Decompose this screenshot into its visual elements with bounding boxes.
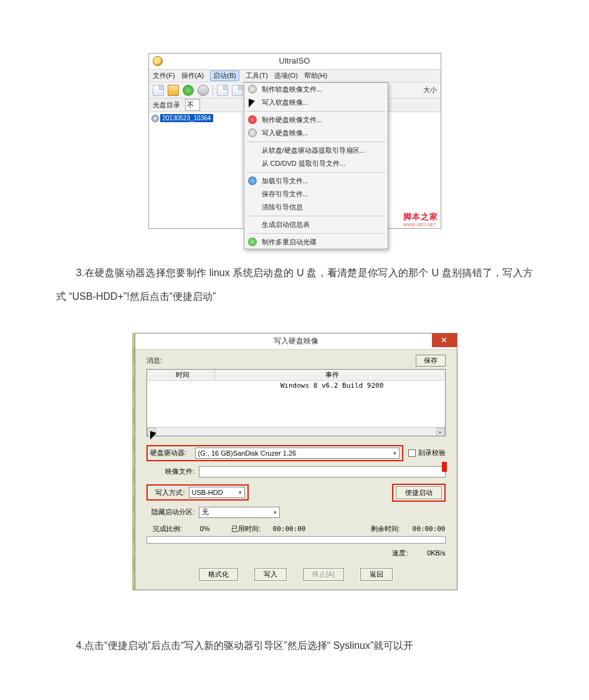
- done-value: 0%: [186, 525, 224, 532]
- watermark: 脚本之家WWW.JB51.NET: [403, 211, 438, 227]
- mi-write-hdd-image[interactable]: 写入硬盘映像...: [244, 127, 388, 140]
- mi-make-floppy-image[interactable]: 制作软盘映像文件...: [244, 83, 388, 96]
- remain-label: 剩余时间:: [306, 524, 401, 534]
- size-label: 大小: [423, 85, 437, 95]
- disk-icon[interactable]: [198, 85, 209, 96]
- format-button[interactable]: 格式化: [199, 568, 238, 581]
- verify-checkbox[interactable]: 刻录校验: [408, 448, 446, 458]
- mi-multiboot[interactable]: 制作多重启动光碟: [244, 236, 388, 249]
- menu-options[interactable]: 选项(O): [274, 71, 298, 80]
- col-time[interactable]: 时间: [147, 370, 216, 380]
- tool-icon-1[interactable]: [217, 85, 228, 96]
- elapsed-value: 00:00:00: [261, 525, 306, 533]
- multi-icon: [248, 237, 257, 246]
- app-icon: [153, 56, 163, 66]
- ultraiso-window: UltraISO 文件(F) 操作(A) 启动(B) 工具(T) 选项(O) 帮…: [148, 53, 441, 229]
- save-button[interactable]: 保存: [416, 355, 446, 367]
- floppy-icon: [248, 85, 257, 93]
- drive-row-highlight: 硬盘驱动器: (G:, 16 GB)SanDisk Cruzer 1.26: [146, 445, 403, 461]
- checkbox-icon[interactable]: [408, 449, 416, 457]
- tool-icon-2[interactable]: [232, 85, 243, 96]
- dialog-title: 写入硬盘映像: [135, 336, 457, 347]
- tree-panel: 20130523_10364: [149, 112, 242, 228]
- remain-value: 00:00:00: [401, 525, 446, 533]
- mi-extract-boot-sector[interactable]: 从软盘/硬盘驱动器提取引导扇区...: [244, 144, 388, 157]
- progress-bar: [146, 536, 446, 544]
- menu-file[interactable]: 文件(F): [153, 71, 175, 80]
- write-button[interactable]: 写入: [254, 568, 287, 581]
- message-list: 时间 事件 Windows 8 v6.2 Build 9200 ◂ ▸: [146, 369, 446, 436]
- tree-item-selected[interactable]: 20130523_10364: [160, 114, 214, 122]
- cursor-icon: [249, 100, 257, 111]
- open-icon[interactable]: [168, 85, 179, 96]
- scrollbar[interactable]: ◂ ▸: [147, 427, 445, 436]
- mi-extract-boot-file[interactable]: 从 CD/DVD 提取引导文件...: [244, 157, 388, 170]
- disc-dir-select[interactable]: 不: [185, 99, 200, 111]
- menubar: 文件(F) 操作(A) 启动(B) 工具(T) 选项(O) 帮助(H): [149, 70, 441, 82]
- refresh-icon[interactable]: [183, 85, 194, 96]
- app-title: UltraISO: [279, 56, 310, 65]
- list-row: Windows 8 v6.2 Build 9200: [147, 381, 445, 390]
- boot-menu-dropdown: 制作软盘映像文件... 写入软盘映像... 制作硬盘映像文件... 写入硬盘映像…: [244, 82, 388, 249]
- step-3-text: 3.在硬盘驱动器选择您要制作 linux 系统启动盘的 U 盘，看清楚是你写入的…: [56, 261, 533, 309]
- speed-label: 速度:: [392, 549, 408, 558]
- mi-save-boot-file[interactable]: 保存引导文件...: [244, 188, 388, 201]
- titlebar: UltraISO: [149, 54, 441, 70]
- drive-select[interactable]: (G:, 16 GB)SanDisk Cruzer 1.26: [195, 448, 400, 459]
- hide-partition-select[interactable]: 无: [199, 507, 280, 518]
- done-label: 完成比例:: [146, 524, 186, 534]
- load-icon: [248, 176, 257, 185]
- abort-button: 终止[A]: [303, 568, 343, 581]
- image-file-input[interactable]: [199, 466, 446, 477]
- mi-gen-boot-info[interactable]: 生成启动信息表: [244, 218, 388, 231]
- dialog-titlebar: 写入硬盘映像 ✕: [135, 333, 457, 350]
- write-mode-highlight: 写入方式: USB-HDD: [146, 484, 249, 501]
- new-icon[interactable]: [153, 85, 164, 96]
- hdd-icon: [248, 115, 257, 124]
- close-button[interactable]: ✕: [432, 333, 457, 347]
- hdd-write-icon: [248, 128, 257, 137]
- scroll-right-icon[interactable]: ▸: [436, 428, 445, 436]
- write-image-dialog: 写入硬盘映像 ✕ 消息: 保存 时间 事件: [135, 333, 457, 590]
- write-mode-label: 写入方式:: [150, 488, 189, 497]
- step-4-text: 4.点击“便捷启动”后点击“写入新的驱动器引导区”然后选择“ Syslinux”…: [56, 634, 533, 658]
- mi-make-hdd-image[interactable]: 制作硬盘映像文件...: [244, 113, 388, 127]
- drive-label: 硬盘驱动器:: [150, 448, 195, 458]
- mi-load-boot-file[interactable]: 加载引导文件...: [244, 175, 388, 188]
- menu-help[interactable]: 帮助(H): [304, 71, 327, 80]
- speed-value: 0KB/s: [408, 549, 446, 557]
- hide-partition-label: 隐藏启动分区:: [146, 507, 199, 517]
- write-mode-select[interactable]: USB-HDD: [189, 487, 245, 498]
- quick-boot-button[interactable]: 便捷启动: [396, 486, 442, 499]
- col-event[interactable]: 事件: [216, 370, 445, 380]
- dialog-frame: 写入硬盘映像 ✕ 消息: 保存 时间 事件: [132, 333, 457, 590]
- image-highlight-marker: [442, 462, 447, 472]
- menu-boot[interactable]: 启动(B): [210, 70, 239, 81]
- separator: [213, 85, 213, 96]
- menu-tools[interactable]: 工具(T): [246, 71, 268, 80]
- mi-clear-boot[interactable]: 清除引导信息: [244, 201, 388, 214]
- quick-boot-highlight: 便捷启动: [392, 484, 446, 502]
- image-file-label: 映像文件:: [146, 467, 199, 476]
- elapsed-label: 已用时间:: [224, 524, 261, 534]
- menu-action[interactable]: 操作(A): [181, 71, 204, 80]
- return-button[interactable]: 返回: [360, 568, 393, 581]
- cd-icon: [151, 115, 159, 122]
- message-label: 消息:: [146, 356, 162, 365]
- disc-dir-label: 光盘目录: [153, 100, 180, 110]
- mi-write-floppy-image[interactable]: 写入软盘映像...: [244, 96, 388, 109]
